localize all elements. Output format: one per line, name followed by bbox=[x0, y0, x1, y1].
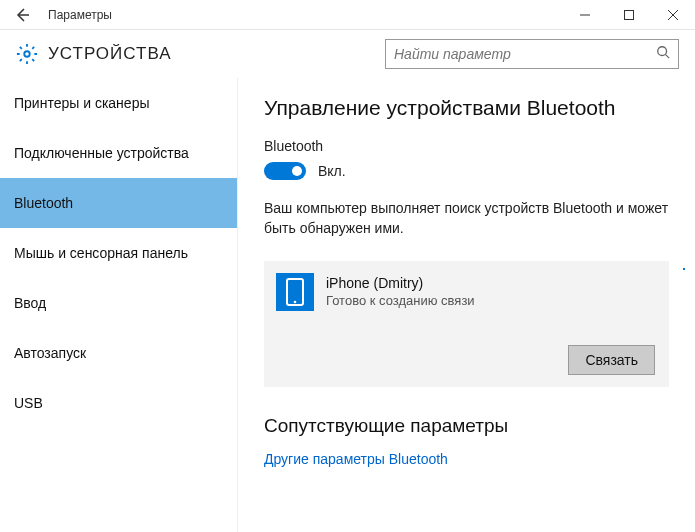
sidebar-item-label: Принтеры и сканеры bbox=[14, 95, 149, 111]
sidebar-item-printers[interactable]: Принтеры и сканеры bbox=[0, 78, 237, 128]
arrow-left-icon bbox=[14, 7, 30, 23]
content: Управление устройствами Bluetooth Blueto… bbox=[238, 78, 695, 532]
sidebar-item-label: Bluetooth bbox=[14, 195, 73, 211]
toggle-label: Bluetooth bbox=[264, 138, 669, 154]
search-input[interactable] bbox=[394, 46, 656, 62]
device-status: Готово к созданию связи bbox=[326, 293, 655, 308]
svg-point-2 bbox=[658, 47, 667, 56]
gear-icon bbox=[12, 39, 42, 69]
device-card[interactable]: iPhone (Dmitry) Готово к созданию связи … bbox=[264, 261, 669, 387]
search-icon bbox=[656, 45, 670, 63]
section-title: УСТРОЙСТВА bbox=[48, 44, 385, 64]
phone-icon bbox=[276, 273, 314, 311]
sidebar: Принтеры и сканеры Подключенные устройст… bbox=[0, 78, 238, 532]
device-name: iPhone (Dmitry) bbox=[326, 275, 655, 291]
window-title: Параметры bbox=[44, 8, 563, 22]
back-button[interactable] bbox=[0, 0, 44, 30]
titlebar: Параметры bbox=[0, 0, 695, 30]
sidebar-item-bluetooth[interactable]: Bluetooth bbox=[0, 178, 237, 228]
status-description: Ваш компьютер выполняет поиск устройств … bbox=[264, 198, 669, 239]
header: УСТРОЙСТВА bbox=[0, 30, 695, 78]
svg-rect-0 bbox=[625, 10, 634, 19]
svg-point-5 bbox=[294, 300, 297, 303]
maximize-button[interactable] bbox=[607, 0, 651, 30]
pair-button[interactable]: Связать bbox=[568, 345, 655, 375]
more-bluetooth-link[interactable]: Другие параметры Bluetooth bbox=[264, 451, 669, 467]
sidebar-item-typing[interactable]: Ввод bbox=[0, 278, 237, 328]
related-heading: Сопутствующие параметры bbox=[264, 415, 669, 437]
sidebar-item-label: Мышь и сенсорная панель bbox=[14, 245, 188, 261]
sidebar-item-label: Подключенные устройства bbox=[14, 145, 189, 161]
window-controls bbox=[563, 0, 695, 30]
toggle-knob bbox=[292, 166, 302, 176]
page-title: Управление устройствами Bluetooth bbox=[264, 96, 669, 120]
sidebar-item-label: Ввод bbox=[14, 295, 46, 311]
sidebar-item-usb[interactable]: USB bbox=[0, 378, 237, 428]
toggle-state: Вкл. bbox=[318, 163, 346, 179]
sidebar-item-label: USB bbox=[14, 395, 43, 411]
bluetooth-toggle[interactable] bbox=[264, 162, 306, 180]
minimize-button[interactable] bbox=[563, 0, 607, 30]
svg-point-1 bbox=[24, 51, 30, 57]
search-box[interactable] bbox=[385, 39, 679, 69]
close-button[interactable] bbox=[651, 0, 695, 30]
activity-indicator-icon bbox=[683, 268, 685, 270]
sidebar-item-mouse[interactable]: Мышь и сенсорная панель bbox=[0, 228, 237, 278]
sidebar-item-label: Автозапуск bbox=[14, 345, 86, 361]
sidebar-item-autoplay[interactable]: Автозапуск bbox=[0, 328, 237, 378]
sidebar-item-connected-devices[interactable]: Подключенные устройства bbox=[0, 128, 237, 178]
